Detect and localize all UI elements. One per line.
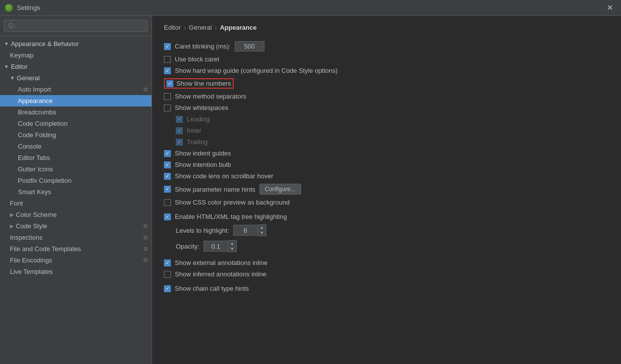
opacity-up-arrow[interactable]: ▲ <box>228 241 236 246</box>
trailing-label: Trailing <box>187 138 207 146</box>
sidebar-item-label: Smart Keys <box>18 188 51 196</box>
show-parameter-hints-row: Show parameter name hints Configure... <box>164 184 609 195</box>
copy-icon: ⧉ <box>144 246 148 252</box>
show-parameter-hints-label: Show parameter name hints <box>175 186 256 193</box>
breadcrumb: Editor › General › Appearance <box>164 24 609 31</box>
show-indent-guides-row: Show indent guides <box>164 150 609 157</box>
opacity-label: Opacity: <box>176 243 200 250</box>
copy-icon: ⧉ <box>144 86 148 93</box>
sidebar-item-editor[interactable]: ▼ Editor <box>0 61 152 72</box>
show-method-separators-row: Show method separators <box>164 93 609 100</box>
levels-spinner: ▲ ▼ <box>233 224 266 236</box>
sidebar-item-file-encodings[interactable]: File Encodings ⧉ <box>0 255 152 266</box>
sidebar-item-general[interactable]: ▼ General <box>0 72 152 84</box>
sidebar: ▼ Appearance & Behavior Keymap ▼ Editor … <box>0 16 152 364</box>
sidebar-item-label: Gutter Icons <box>18 165 53 173</box>
use-block-caret-label: Use block caret <box>175 55 219 63</box>
search-input[interactable] <box>4 20 148 32</box>
show-whitespaces-checkbox[interactable] <box>164 104 171 111</box>
sidebar-item-gutter-icons[interactable]: Gutter Icons <box>0 163 152 175</box>
nav-tree: ▼ Appearance & Behavior Keymap ▼ Editor … <box>0 36 152 364</box>
use-block-caret-checkbox[interactable] <box>164 56 171 63</box>
leading-row: Leading <box>164 115 609 123</box>
show-line-numbers-label: Show line numbers <box>176 80 231 87</box>
opacity-down-arrow[interactable]: ▼ <box>228 246 236 252</box>
sidebar-item-font[interactable]: Font <box>0 198 152 209</box>
sidebar-item-label: File and Code Templates <box>10 245 81 253</box>
opacity-row: Opacity: ▲ ▼ <box>164 240 609 252</box>
inner-label: Inner <box>187 127 202 134</box>
sidebar-item-appearance-behavior[interactable]: ▼ Appearance & Behavior <box>0 38 152 50</box>
trailing-checkbox[interactable] <box>176 139 183 146</box>
sidebar-item-label: File Encodings <box>10 257 52 264</box>
show-intention-bulb-checkbox[interactable] <box>164 161 171 168</box>
leading-label: Leading <box>187 115 209 123</box>
show-indent-guides-label: Show indent guides <box>175 150 231 157</box>
enable-html-xml-row: Enable HTML/XML tag tree highlighting <box>164 213 609 220</box>
show-chain-call-checkbox[interactable] <box>164 285 171 292</box>
configure-button[interactable]: Configure... <box>259 184 301 195</box>
show-indent-guides-checkbox[interactable] <box>164 150 171 157</box>
sidebar-item-label: Breadcrumbs <box>18 108 56 116</box>
sidebar-item-appearance[interactable]: Appearance <box>0 95 152 106</box>
expand-arrow: ▼ <box>4 64 9 69</box>
show-line-numbers-checkbox[interactable] <box>166 80 173 87</box>
show-line-numbers-highlight: Show line numbers <box>164 78 234 89</box>
sidebar-item-console[interactable]: Console <box>0 141 152 152</box>
sidebar-item-live-templates[interactable]: Live Templates <box>0 266 152 277</box>
copy-icon: ⧉ <box>144 257 148 263</box>
breadcrumb-part-3: Appearance <box>220 24 257 31</box>
levels-spinner-arrows: ▲ ▼ <box>258 224 266 236</box>
opacity-spinner-arrows: ▲ ▼ <box>228 240 237 252</box>
trailing-row: Trailing <box>164 138 609 146</box>
show-intention-bulb-label: Show intention bulb <box>175 161 231 168</box>
main-layout: ▼ Appearance & Behavior Keymap ▼ Editor … <box>0 16 621 364</box>
opacity-input[interactable] <box>204 241 228 252</box>
show-code-lens-checkbox[interactable] <box>164 173 171 180</box>
sidebar-item-smart-keys[interactable]: Smart Keys <box>0 186 152 198</box>
sidebar-item-postfix-completion[interactable]: Postfix Completion <box>0 175 152 186</box>
sidebar-item-keymap[interactable]: Keymap <box>0 50 152 61</box>
show-external-annotations-checkbox[interactable] <box>164 260 171 266</box>
sidebar-item-auto-import[interactable]: Auto Import ⧉ <box>0 84 152 95</box>
sidebar-item-label: Code Style <box>16 222 48 230</box>
sidebar-item-code-folding[interactable]: Code Folding <box>0 129 152 141</box>
show-hard-wrap-label: Show hard wrap guide (configured in Code… <box>175 67 338 74</box>
sidebar-item-inspections[interactable]: Inspections ⧉ <box>0 232 152 243</box>
levels-input[interactable] <box>233 225 258 236</box>
breadcrumb-sep-2: › <box>215 24 217 31</box>
sidebar-item-breadcrumbs[interactable]: Breadcrumbs <box>0 106 152 118</box>
show-whitespaces-label: Show whitespaces <box>175 104 228 111</box>
sidebar-item-label: Console <box>18 143 42 150</box>
sidebar-item-code-style[interactable]: ▶ Code Style ⧉ <box>0 220 152 232</box>
sidebar-item-label: Code Folding <box>18 131 56 139</box>
title-bar: Settings ✕ <box>0 0 621 16</box>
close-button[interactable]: ✕ <box>604 3 616 13</box>
inner-row: Inner <box>164 127 609 134</box>
show-parameter-hints-checkbox[interactable] <box>164 186 171 193</box>
content-panel: Editor › General › Appearance Caret blin… <box>152 16 621 364</box>
opacity-spinner: ▲ ▼ <box>204 240 237 252</box>
caret-blinking-input[interactable] <box>235 41 264 52</box>
show-inferred-annotations-checkbox[interactable] <box>164 271 171 278</box>
sidebar-item-label: Auto Import <box>18 86 51 93</box>
sidebar-item-label: Color Scheme <box>16 211 56 218</box>
sidebar-item-code-completion[interactable]: Code Completion <box>0 118 152 129</box>
inner-checkbox[interactable] <box>176 127 183 134</box>
sidebar-item-file-code-templates[interactable]: File and Code Templates ⧉ <box>0 243 152 255</box>
levels-up-arrow[interactable]: ▲ <box>258 225 266 230</box>
enable-html-xml-checkbox[interactable] <box>164 213 171 220</box>
caret-blinking-checkbox[interactable] <box>164 43 171 50</box>
leading-checkbox[interactable] <box>176 116 183 123</box>
show-css-color-checkbox[interactable] <box>164 199 171 206</box>
sidebar-item-label: Font <box>10 200 23 207</box>
show-hard-wrap-checkbox[interactable] <box>164 67 171 74</box>
search-bar <box>0 16 152 36</box>
show-method-separators-checkbox[interactable] <box>164 93 171 100</box>
title-bar-left: Settings <box>5 4 40 12</box>
show-external-annotations-row: Show external annotations inline <box>164 259 609 266</box>
levels-down-arrow[interactable]: ▼ <box>258 230 266 236</box>
sidebar-item-editor-tabs[interactable]: Editor Tabs <box>0 152 152 163</box>
sidebar-item-color-scheme[interactable]: ▶ Color Scheme <box>0 209 152 220</box>
sidebar-item-label: Code Completion <box>18 120 67 127</box>
